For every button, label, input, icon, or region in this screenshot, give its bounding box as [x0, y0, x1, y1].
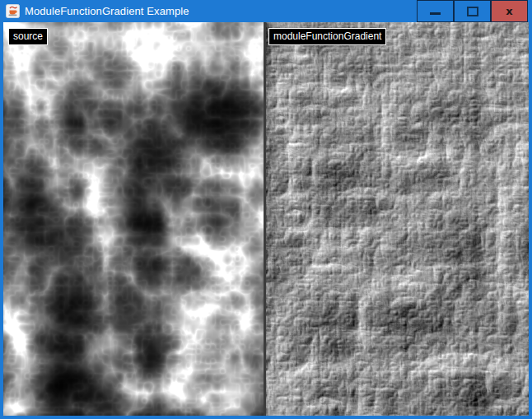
close-button[interactable]: x — [491, 0, 528, 22]
panel-source: source — [3, 22, 264, 416]
panel-gradient: moduleFunctionGradient — [266, 22, 529, 416]
gradient-image — [266, 22, 529, 416]
maximize-button[interactable] — [454, 0, 491, 22]
java-coffee-cup-icon — [6, 4, 20, 18]
source-image — [3, 22, 264, 416]
close-icon: x — [506, 6, 512, 16]
gradient-label: moduleFunctionGradient — [268, 28, 386, 45]
minimize-button[interactable] — [417, 0, 454, 22]
window-controls: x — [417, 0, 528, 22]
window-title: ModuleFunctionGradient Example — [25, 5, 189, 17]
content-area: source moduleFunctionGradient — [3, 22, 529, 416]
titlebar[interactable]: ModuleFunctionGradient Example x — [0, 0, 532, 22]
source-label: source — [8, 28, 48, 45]
minimize-icon — [430, 12, 441, 15]
maximize-icon — [467, 7, 478, 16]
app-window: ModuleFunctionGradient Example x source … — [0, 0, 532, 419]
